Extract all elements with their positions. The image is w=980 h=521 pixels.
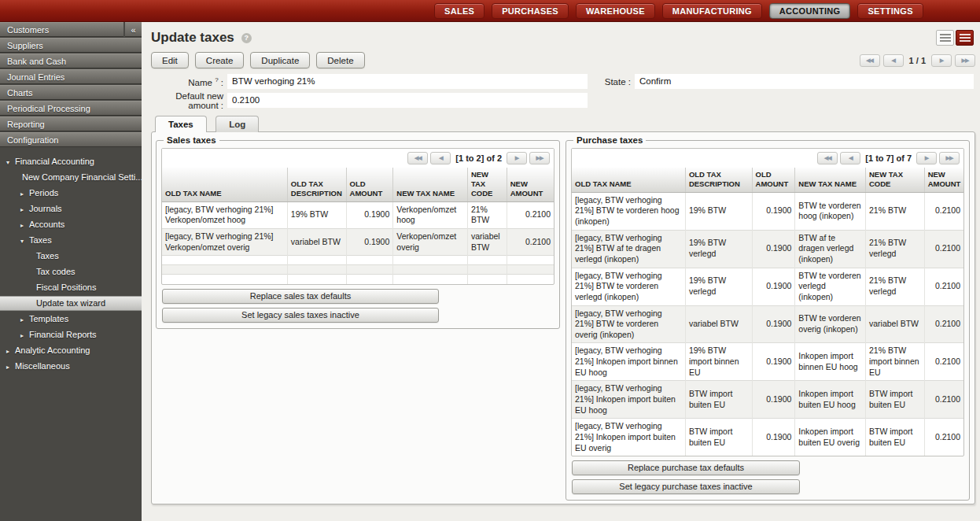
sidebar-item-charts[interactable]: Charts xyxy=(0,85,142,100)
column-header-new-tax-code: NEW TAX CODE xyxy=(467,168,507,201)
sales-taxes-pager: ◀◀ ◀ [1 to 2] of 2 ▶ ▶▶ xyxy=(162,149,554,168)
taxes-tab-panel: Sales taxes ◀◀ ◀ [1 to 2] of 2 ▶ ▶▶ OLD … xyxy=(151,131,975,504)
menu-warehouse[interactable]: WAREHOUSE xyxy=(576,3,655,19)
tree-item-miscellaneous[interactable]: ▸Miscellaneous xyxy=(0,359,142,374)
purchase-taxes-legend: Purchase taxes xyxy=(573,135,646,145)
purchase-taxes-table: OLD TAX NAME OLD TAX DESCRIPTION OLD AMO… xyxy=(572,168,963,456)
last-page-button[interactable]: ▶▶ xyxy=(939,152,960,164)
column-header-new-amount: NEW AMOUNT xyxy=(924,168,963,192)
triangle-right-icon: ▸ xyxy=(6,360,15,374)
triangle-right-icon: ▸ xyxy=(20,328,29,342)
tree-item-accounts[interactable]: ▸Accounts xyxy=(0,217,142,232)
tab-log[interactable]: Log xyxy=(216,116,259,132)
triangle-right-icon: ▸ xyxy=(20,187,29,201)
tab-taxes[interactable]: Taxes xyxy=(155,116,207,132)
triangle-down-icon: ▾ xyxy=(6,155,15,169)
form-view-button[interactable] xyxy=(956,30,974,46)
edit-button[interactable]: Edit xyxy=(151,52,189,68)
tree-item-periods[interactable]: ▸Periods xyxy=(0,186,142,201)
tree-item-fiscal-positions[interactable]: Fiscal Positions xyxy=(0,280,142,295)
sidebar-item-configuration[interactable]: Configuration xyxy=(0,132,142,147)
tree-item-update-tax-wizard[interactable]: Update tax wizard xyxy=(0,296,142,311)
table-row[interactable]: [legacy, BTW verhoging 21%] Inkopen impo… xyxy=(572,419,963,456)
column-header-old-tax-description: OLD TAX DESCRIPTION xyxy=(685,168,752,192)
first-record-button[interactable]: ◀◀ xyxy=(860,54,880,67)
column-header-old-amount: OLD AMOUNT xyxy=(346,168,393,201)
purchase-taxes-group: Purchase taxes ◀◀ ◀ [1 to 7] of 7 ▶ ▶▶ O… xyxy=(566,135,970,501)
replace-sales-tax-defaults-button[interactable]: Replace sales tax defaults xyxy=(162,289,439,304)
next-page-button[interactable]: ▶ xyxy=(916,152,937,164)
main-content: Update taxes ? Edit Create Duplicate Del… xyxy=(142,22,980,521)
help-icon[interactable]: ? xyxy=(241,33,252,43)
double-arrow-left-icon: ◀◀ xyxy=(824,155,831,161)
column-header-old-tax-name: OLD TAX NAME xyxy=(162,168,287,201)
double-arrow-right-icon: ▶▶ xyxy=(962,57,969,64)
table-row[interactable]: [legacy, BTW verhoging 21%] Verkopen/omz… xyxy=(162,228,554,255)
arrow-left-icon: ◀ xyxy=(849,155,852,161)
delete-button[interactable]: Delete xyxy=(316,52,364,68)
sidebar-collapse-button[interactable]: « xyxy=(125,22,142,37)
first-page-button[interactable]: ◀◀ xyxy=(407,152,428,164)
field-help-icon: ? xyxy=(215,76,218,83)
triangle-right-icon: ▸ xyxy=(6,344,15,358)
last-record-button[interactable]: ▶▶ xyxy=(955,54,975,67)
sidebar-item-reporting[interactable]: Reporting xyxy=(0,116,142,131)
sidebar-item-suppliers[interactable]: Suppliers xyxy=(0,38,142,53)
arrow-right-icon: ▶ xyxy=(940,57,943,64)
sidebar-item-customers[interactable]: Customers xyxy=(0,22,123,37)
list-view-icon xyxy=(940,34,951,42)
last-page-button[interactable]: ▶▶ xyxy=(529,152,550,164)
previous-page-button[interactable]: ◀ xyxy=(840,152,860,164)
tree-item-new-company-financial-settings[interactable]: New Company Financial Setti... xyxy=(0,170,142,185)
state-field-label: State : xyxy=(599,77,635,87)
sidebar-item-bank-and-cash[interactable]: Bank and Cash xyxy=(0,54,142,68)
column-header-old-tax-name: OLD TAX NAME xyxy=(572,168,685,192)
create-button[interactable]: Create xyxy=(195,52,245,68)
page-title: Update taxes xyxy=(151,30,234,46)
menu-purchases[interactable]: PURCHASES xyxy=(492,3,569,19)
table-row[interactable]: [legacy, BTW verhoging 21%] BTW te vorde… xyxy=(572,305,963,343)
triangle-down-icon: ▾ xyxy=(20,234,29,248)
name-field-label: Name ? : xyxy=(151,76,227,87)
set-legacy-purchase-taxes-inactive-button[interactable]: Set legacy purchase taxes inactive xyxy=(572,479,800,494)
table-row[interactable]: [legacy, BTW verhoging 21%] Inkopen impo… xyxy=(572,381,963,419)
tab-bar: Taxes Log xyxy=(151,115,975,131)
sidebar-item-periodical-processing[interactable]: Periodical Processing xyxy=(0,101,142,116)
next-page-button[interactable]: ▶ xyxy=(507,152,527,164)
tree-item-taxes[interactable]: Taxes xyxy=(0,249,142,264)
sidebar-item-journal-entries[interactable]: Journal Entries xyxy=(0,69,142,84)
tree-item-journals[interactable]: ▸Journals xyxy=(0,201,142,216)
empty-row xyxy=(162,275,554,284)
arrow-left-icon: ◀ xyxy=(891,57,894,64)
menu-accounting[interactable]: ACCOUNTING xyxy=(769,3,851,19)
tree-item-taxes-group[interactable]: ▾Taxes xyxy=(0,233,142,248)
previous-record-button[interactable]: ◀ xyxy=(883,54,904,67)
purchase-pager-text: [1 to 7] of 7 xyxy=(863,153,914,163)
tree-item-financial-accounting[interactable]: ▾Financial Accounting xyxy=(0,154,142,169)
menu-settings[interactable]: SETTINGS xyxy=(857,3,923,19)
table-row[interactable]: [legacy, BTW verhoging 21%] Verkopen/omz… xyxy=(162,201,554,228)
set-legacy-sales-taxes-inactive-button[interactable]: Set legacy sales taxes inactive xyxy=(162,308,439,323)
tree-item-templates[interactable]: ▸Templates xyxy=(0,312,142,327)
table-row[interactable]: [legacy, BTW verhoging 21%] BTW af te dr… xyxy=(572,230,963,268)
column-header-new-tax-name: NEW TAX NAME xyxy=(393,168,468,201)
empty-row xyxy=(162,256,554,265)
first-page-button[interactable]: ◀◀ xyxy=(817,152,838,164)
duplicate-button[interactable]: Duplicate xyxy=(250,52,310,68)
tree-item-tax-codes[interactable]: Tax codes xyxy=(0,264,142,279)
double-arrow-left-icon: ◀◀ xyxy=(414,155,422,161)
table-row[interactable]: [legacy, BTW verhoging 21%] Inkopen impo… xyxy=(572,343,963,381)
replace-purchase-tax-defaults-button[interactable]: Replace purchase tax defaults xyxy=(572,460,800,475)
table-row[interactable]: [legacy, BTW verhoging 21%] BTW te vorde… xyxy=(572,268,963,305)
tree-item-financial-reports[interactable]: ▸Financial Reports xyxy=(0,327,142,342)
table-row[interactable]: [legacy, BTW verhoging 21%] BTW te vorde… xyxy=(572,192,963,230)
list-view-button[interactable] xyxy=(936,30,954,46)
arrow-right-icon: ▶ xyxy=(925,155,928,161)
next-record-button[interactable]: ▶ xyxy=(931,54,952,67)
tree-item-analytic-accounting[interactable]: ▸Analytic Accounting xyxy=(0,343,142,358)
record-pager-text: 1 / 1 xyxy=(907,56,928,65)
form-view-icon xyxy=(960,34,971,42)
menu-sales[interactable]: SALES xyxy=(434,3,484,19)
previous-page-button[interactable]: ◀ xyxy=(430,152,451,164)
menu-manufacturing[interactable]: MANUFACTURING xyxy=(662,3,762,19)
